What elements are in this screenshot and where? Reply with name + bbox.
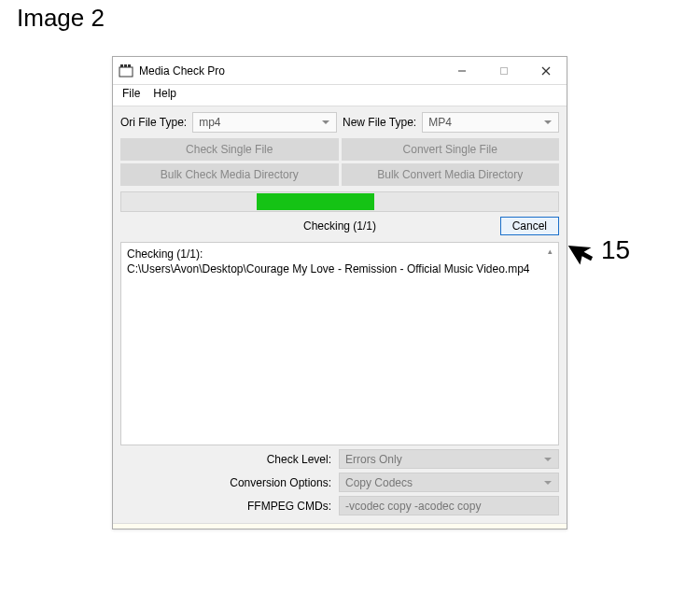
ori-file-type-label: Ori File Type: bbox=[120, 116, 187, 129]
ffmpeg-cmds-label: FFMPEG CMDs: bbox=[120, 500, 333, 513]
status-text: Checking (1/1) bbox=[303, 219, 376, 233]
annotation-number: 15 bbox=[601, 235, 630, 265]
conversion-options-select[interactable]: Copy Codecs bbox=[339, 473, 559, 492]
window-title: Media Check Pro bbox=[139, 64, 441, 78]
new-file-type-label: New File Type: bbox=[343, 116, 416, 129]
conversion-options-label: Conversion Options: bbox=[120, 476, 333, 489]
app-icon bbox=[119, 64, 133, 78]
bulk-convert-directory-button[interactable]: Bulk Convert Media Directory bbox=[342, 163, 560, 186]
maximize-button[interactable] bbox=[483, 57, 525, 85]
progress-bar bbox=[120, 191, 559, 212]
ori-file-type-select[interactable]: mp4 bbox=[192, 112, 337, 133]
titlebar: Media Check Pro bbox=[113, 57, 567, 85]
close-button[interactable] bbox=[525, 57, 567, 85]
window-controls bbox=[441, 57, 567, 85]
log-text: Checking (1/1): C:\Users\Avon\Desktop\Co… bbox=[127, 247, 530, 275]
annotation-pointer: 15 bbox=[569, 235, 630, 265]
menubar: File Help bbox=[113, 85, 567, 106]
scroll-up-icon[interactable]: ▴ bbox=[543, 245, 556, 258]
convert-single-file-button[interactable]: Convert Single File bbox=[342, 138, 560, 161]
svg-rect-1 bbox=[120, 64, 123, 67]
svg-rect-5 bbox=[500, 67, 507, 74]
cursor-icon bbox=[564, 230, 605, 271]
check-level-label: Check Level: bbox=[120, 453, 333, 466]
check-single-file-button[interactable]: Check Single File bbox=[120, 138, 339, 161]
svg-rect-0 bbox=[119, 67, 133, 77]
svg-rect-2 bbox=[124, 64, 127, 67]
status-strip bbox=[113, 523, 567, 529]
new-file-type-select[interactable]: MP4 bbox=[422, 112, 559, 133]
content-area: Ori File Type: mp4 New File Type: MP4 Ch… bbox=[113, 106, 567, 523]
svg-rect-3 bbox=[128, 64, 131, 67]
menu-help[interactable]: Help bbox=[153, 87, 176, 100]
minimize-button[interactable] bbox=[441, 57, 483, 85]
ffmpeg-cmds-input[interactable]: -vcodec copy -acodec copy bbox=[339, 496, 559, 515]
log-output[interactable]: Checking (1/1): C:\Users\Avon\Desktop\Co… bbox=[120, 242, 559, 445]
check-level-select[interactable]: Errors Only bbox=[339, 449, 559, 469]
bulk-check-directory-button[interactable]: Bulk Check Media Directory bbox=[120, 163, 339, 186]
menu-file[interactable]: File bbox=[122, 87, 140, 100]
progress-fill bbox=[257, 193, 374, 210]
app-window: Media Check Pro File Help Ori File Type:… bbox=[112, 56, 567, 529]
cancel-button[interactable]: Cancel bbox=[500, 217, 559, 235]
image-label: Image 2 bbox=[17, 4, 105, 33]
